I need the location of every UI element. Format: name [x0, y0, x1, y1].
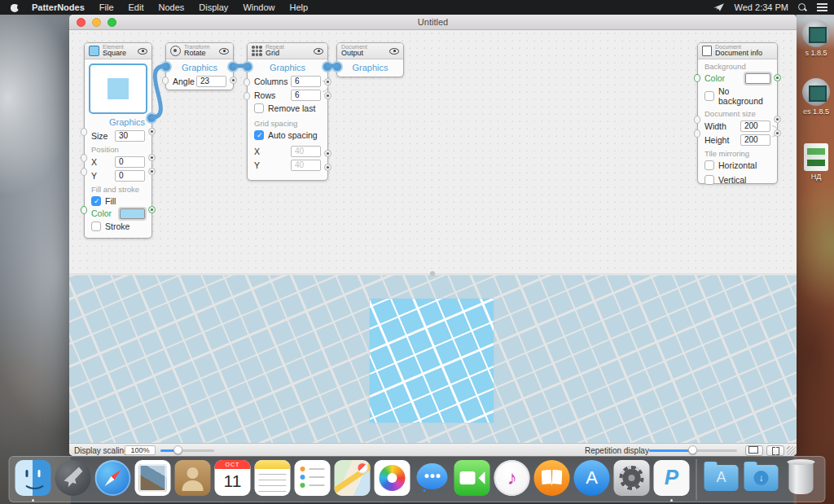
dock-item-notes[interactable] [254, 460, 292, 499]
dock-item-messages[interactable] [414, 460, 451, 499]
fullscreen-preview-button[interactable] [766, 445, 784, 456]
port-width-in[interactable] [694, 116, 700, 124]
node-transform-rotate[interactable]: Transform Rotate Graphics Angle 23 [165, 42, 234, 90]
size-field[interactable]: 30 [115, 130, 145, 142]
auto-spacing-checkbox[interactable] [254, 130, 264, 140]
pattern-preview[interactable] [69, 275, 797, 444]
node-rotate-header[interactable]: Transform Rotate [166, 43, 233, 59]
dock-item-itunes[interactable]: ♪ [494, 460, 531, 499]
width-field[interactable]: 200 [740, 121, 770, 132]
port-bgcolor-in[interactable] [694, 74, 700, 82]
port-y-out[interactable] [148, 168, 156, 175]
dock-item-mail[interactable] [134, 460, 172, 499]
port-height-in[interactable] [694, 129, 700, 138]
port-x-in[interactable] [81, 154, 87, 162]
remove-last-checkbox[interactable] [254, 103, 264, 113]
node-docinfo-header[interactable]: Document Document info [698, 43, 777, 59]
dock-item-sysprefs[interactable] [613, 460, 651, 499]
dock-item-calendar[interactable]: OCT11 [214, 460, 252, 499]
dock-item-photos[interactable] [374, 460, 411, 499]
visibility-eye-icon[interactable] [314, 48, 323, 55]
visibility-eye-icon[interactable] [219, 48, 229, 55]
repetition-display-slider[interactable] [649, 449, 737, 452]
repetition-view-button[interactable] [745, 445, 763, 456]
display-scaling-field[interactable]: 100% [125, 445, 156, 455]
menu-edit[interactable]: Edit [121, 2, 151, 12]
node-repeat-grid[interactable]: Repeat Grid Graphics Columns 6 Rows 6 Re… [247, 42, 328, 181]
angle-field[interactable]: 23 [196, 76, 226, 87]
port-angle-in[interactable] [162, 77, 169, 85]
port-rows-in[interactable] [244, 92, 250, 100]
node-grid-header[interactable]: Repeat Grid [248, 43, 327, 59]
visibility-eye-icon[interactable] [389, 48, 399, 55]
grid-y-field[interactable]: 40 [291, 160, 321, 171]
menu-nodes[interactable]: Nodes [151, 2, 192, 12]
port-y-in[interactable] [81, 168, 87, 176]
horizontal-checkbox[interactable] [705, 160, 714, 170]
dock-item-facetime[interactable] [454, 460, 491, 499]
port-spacing-x-out[interactable] [324, 150, 331, 157]
resize-grip[interactable] [787, 446, 796, 455]
fill-color-swatch[interactable] [120, 208, 145, 219]
background-color-swatch[interactable] [745, 73, 770, 84]
menu-display[interactable]: Display [191, 2, 235, 12]
port-graphics-out[interactable] [147, 114, 156, 122]
port-graphics-in[interactable] [244, 63, 252, 71]
port-columns-out[interactable] [324, 78, 331, 85]
dock-item-trash[interactable] [783, 460, 820, 499]
port-bgcolor-out[interactable] [774, 74, 781, 81]
grid-x-field[interactable]: 40 [291, 146, 321, 157]
desktop-icon-disk-image-2[interactable]: es 1.8.5 [798, 78, 834, 116]
fill-checkbox[interactable] [91, 196, 101, 206]
port-angle-out[interactable] [230, 77, 237, 84]
dock-item-folder-downloads[interactable]: ↓ [743, 460, 780, 499]
apple-menu-icon[interactable] [10, 2, 20, 12]
port-rows-out[interactable] [324, 92, 331, 99]
height-field[interactable]: 200 [740, 134, 770, 146]
dock-item-folder-apps[interactable]: A [703, 460, 740, 499]
app-menu[interactable]: PatterNodes [24, 2, 92, 12]
port-size-out[interactable] [148, 128, 156, 135]
display-scaling-slider[interactable] [160, 449, 214, 452]
port-height-out[interactable] [774, 129, 781, 137]
dock-item-contacts[interactable] [174, 460, 212, 499]
port-graphics-in[interactable] [162, 63, 170, 71]
visibility-eye-icon[interactable] [138, 48, 147, 55]
port-color-in[interactable] [81, 206, 87, 214]
port-x-out[interactable] [148, 154, 156, 161]
dock-item-appstore[interactable]: A [573, 460, 611, 499]
spotlight-icon[interactable] [798, 3, 807, 12]
node-element-square[interactable]: Element Square Graphics Size 30 Position… [84, 42, 152, 239]
node-document-output[interactable]: Document Output Graphics [336, 42, 404, 77]
port-graphics-out[interactable] [323, 63, 331, 71]
stroke-checkbox[interactable] [91, 221, 101, 231]
node-output-header[interactable]: Document Output [337, 43, 403, 59]
dock-item-finder[interactable] [15, 460, 52, 499]
node-square-header[interactable]: Element Square [85, 43, 151, 59]
title-bar[interactable]: Untitled [69, 15, 797, 30]
vertical-checkbox[interactable] [705, 175, 714, 185]
dock-item-maps[interactable] [334, 460, 371, 499]
node-document-info[interactable]: Document Document info Background Color … [697, 42, 778, 184]
display-scaling-slider-thumb[interactable] [173, 445, 182, 454]
dock-item-ibooks[interactable] [533, 460, 571, 499]
menu-extra-icon[interactable] [713, 2, 725, 12]
port-columns-in[interactable] [244, 78, 250, 86]
desktop-icon-disk-image-1[interactable]: s 1.8.5 [798, 20, 834, 57]
no-background-checkbox[interactable] [705, 91, 714, 101]
port-graphics-in[interactable] [333, 63, 341, 71]
menu-help[interactable]: Help [283, 2, 316, 12]
repetition-display-slider-thumb[interactable] [688, 445, 697, 454]
rows-field[interactable]: 6 [291, 90, 321, 101]
dock-item-launchpad[interactable] [55, 460, 92, 499]
notification-center-icon[interactable] [817, 3, 827, 11]
menu-clock[interactable]: Wed 2:34 PM [735, 2, 788, 12]
port-color-out[interactable] [148, 206, 156, 213]
dock-item-reminders[interactable] [294, 460, 331, 499]
node-editor-canvas[interactable]: Element Square Graphics Size 30 Position… [69, 30, 797, 274]
port-width-out[interactable] [774, 116, 781, 123]
port-size-in[interactable] [81, 128, 87, 136]
port-spacing-y-out[interactable] [324, 164, 331, 171]
x-field[interactable]: 0 [115, 156, 145, 168]
dock-item-patternodes[interactable]: P [653, 460, 691, 499]
